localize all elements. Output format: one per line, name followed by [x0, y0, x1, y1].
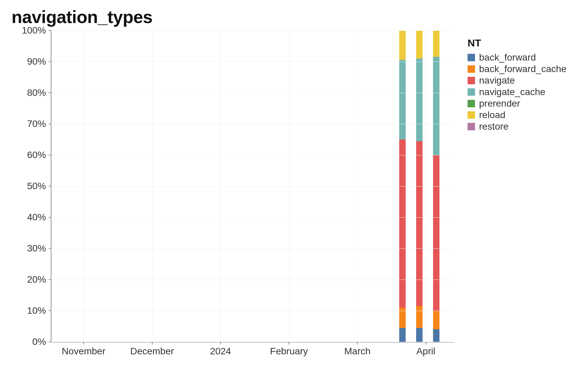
legend-swatch [468, 88, 475, 96]
y-tick-label: 70% [27, 118, 46, 129]
y-tick-label: 60% [27, 150, 46, 160]
bar-segment-back_forward [416, 328, 423, 342]
legend-item-back_forward: back_forward [468, 52, 566, 63]
x-tick-mark [289, 342, 289, 345]
gridline-h [51, 248, 454, 249]
x-tick-label: November [62, 346, 106, 357]
y-tick-label: 100% [22, 25, 46, 36]
y-tick-mark [49, 310, 51, 311]
legend-item-navigate: navigate [468, 75, 566, 86]
bar-segment-navigate_cache [416, 59, 423, 141]
x-tick-label: April [416, 346, 435, 357]
y-tick-label: 80% [27, 87, 46, 98]
gridline-h [51, 93, 454, 93]
legend-title: NT [468, 37, 566, 49]
bar-segment-back_forward [433, 329, 439, 342]
y-tick-label: 90% [27, 56, 46, 67]
y-tick-label: 10% [27, 305, 46, 316]
gridline-h [51, 62, 454, 62]
legend-label: back_forward [479, 52, 536, 63]
bar-segment-navigate_cache [399, 60, 406, 139]
y-tick-mark [49, 186, 51, 186]
y-tick-label: 0% [32, 336, 46, 347]
x-tick-label: December [130, 346, 174, 357]
bar-segment-navigate [399, 139, 406, 308]
legend-label: prerender [479, 98, 520, 109]
bar-segment-reload [399, 30, 406, 60]
gridline-v [357, 30, 358, 342]
bar-segment-reload [416, 30, 423, 59]
legend-swatch [468, 111, 475, 119]
x-tick-label: February [270, 346, 308, 357]
legend-swatch [468, 65, 475, 73]
legend-label: restore [479, 121, 508, 132]
gridline-h [51, 186, 454, 186]
gridline-v [289, 30, 289, 342]
x-tick-label: March [344, 346, 370, 357]
gridline-v [221, 30, 221, 342]
y-tick-mark [49, 217, 51, 218]
y-tick-label: 40% [27, 212, 46, 223]
y-tick-label: 50% [27, 181, 46, 192]
gridline-v [152, 30, 153, 342]
legend-label: navigate [479, 75, 515, 86]
gridline-h [51, 342, 454, 342]
legend-item-navigate_cache: navigate_cache [468, 87, 566, 97]
chart-area: 0%10%20%30%40%50%60%70%80%90%100% Novemb… [10, 30, 454, 343]
y-tick-mark [49, 279, 51, 280]
y-tick-label: 20% [27, 274, 46, 285]
x-tick-mark [357, 342, 358, 345]
bar-segment-back_forward_cache [416, 306, 423, 328]
legend-swatch [468, 77, 475, 84]
legend-item-reload: reload [468, 110, 566, 120]
x-tick-mark [426, 342, 426, 345]
y-tick-mark [49, 155, 51, 155]
legend-label: navigate_cache [479, 87, 545, 97]
legend-item-back_forward_cache: back_forward_cache [468, 64, 566, 74]
y-tick-mark [49, 30, 51, 31]
gridline-v [426, 30, 426, 342]
x-tick-label: 2024 [210, 346, 231, 357]
gridline-h [51, 124, 454, 124]
legend-item-restore: restore [468, 121, 566, 132]
gridline-h [51, 217, 454, 218]
gridline-h [51, 311, 454, 311]
plot-region: NovemberDecember2024FebruaryMarchApril [51, 30, 454, 343]
y-tick-mark [49, 61, 51, 62]
y-tick-label: 30% [27, 243, 46, 254]
x-tick-mark [83, 342, 84, 345]
bar-segment-navigate [416, 141, 423, 306]
gridline-h [51, 30, 454, 31]
bar-segment-navigate_cache [433, 57, 439, 155]
gridline-h [51, 280, 454, 280]
bar-segment-navigate [433, 155, 439, 311]
bar-segment-back_forward [399, 328, 406, 342]
legend: NT back_forwardback_forward_cachenavigat… [468, 30, 566, 133]
y-tick-mark [49, 341, 51, 342]
y-tick-mark [49, 92, 51, 93]
gridline-h [51, 155, 454, 155]
y-axis: 0%10%20%30%40%50%60%70%80%90%100% [10, 30, 51, 342]
chart-title: navigation_types [12, 7, 578, 27]
legend-swatch [468, 100, 475, 107]
bar-segment-reload [433, 30, 439, 57]
y-tick-mark [49, 248, 51, 249]
legend-item-prerender: prerender [468, 98, 566, 109]
y-tick-mark [49, 124, 51, 124]
legend-swatch [468, 54, 475, 61]
x-tick-mark [152, 342, 153, 345]
legend-swatch [468, 123, 475, 130]
bar-segment-back_forward_cache [433, 311, 439, 329]
legend-label: back_forward_cache [479, 64, 566, 74]
gridline-v [84, 30, 84, 342]
x-tick-mark [220, 342, 221, 345]
legend-label: reload [479, 110, 505, 120]
